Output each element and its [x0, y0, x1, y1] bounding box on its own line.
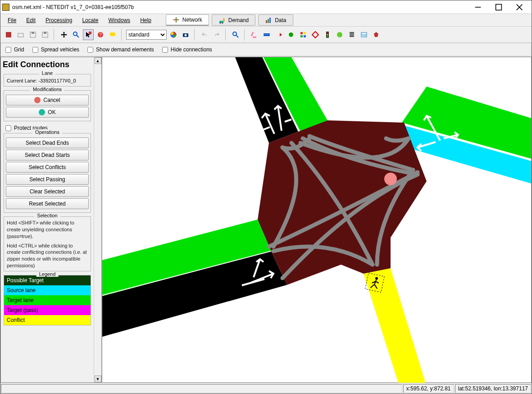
redo-icon[interactable]: [211, 29, 222, 40]
svg-line-21: [77, 35, 79, 37]
svg-text:TAZ: TAZ: [362, 34, 367, 37]
window-title: osm.net.xml - NETEDIT v1_7_0+0381-ee105f…: [12, 4, 468, 10]
ok-button[interactable]: OK: [6, 107, 89, 118]
status-latlon: lat:52.519346, lon:13.397117: [455, 384, 531, 393]
undo-icon[interactable]: [199, 29, 210, 40]
svg-rect-13: [269, 18, 271, 23]
legend-target-pass: Target (pass): [4, 305, 91, 315]
svg-rect-33: [264, 33, 270, 36]
hide-connections-checkbox[interactable]: Hide connections: [162, 46, 212, 53]
inspect-mode-icon[interactable]: [71, 29, 82, 40]
cancel-button[interactable]: Cancel: [6, 95, 89, 105]
clear-selected-button[interactable]: Clear Selected: [6, 186, 89, 197]
menu-file[interactable]: File: [3, 15, 21, 25]
menu-windows[interactable]: Windows: [104, 15, 135, 25]
show-demand-checkbox[interactable]: Show demand elements: [87, 46, 154, 53]
svg-rect-1: [496, 4, 502, 10]
modifications-fieldset: Modifications Cancel OK: [4, 90, 91, 121]
svg-point-42: [327, 32, 328, 33]
close-button[interactable]: [509, 0, 530, 14]
svg-rect-14: [6, 32, 11, 37]
svg-point-8: [222, 22, 223, 23]
tls-mode-icon[interactable]: [286, 29, 296, 40]
titlebar: osm.net.xml - NETEDIT v1_7_0+0381-ee105f…: [0, 0, 532, 14]
legend-fieldset: Legend Possible Target Source lane Targe…: [4, 275, 91, 325]
trafficlight-icon[interactable]: [322, 29, 333, 40]
polygon-mode-icon[interactable]: [371, 29, 382, 40]
supermode-demand[interactable]: Demand: [212, 14, 255, 26]
select-conflicts-button[interactable]: Select Conflicts: [6, 162, 89, 173]
options-bar: Grid Spread vehicles Show demand element…: [0, 43, 532, 56]
new-network-icon[interactable]: [3, 29, 14, 40]
svg-rect-15: [18, 33, 23, 37]
ok-icon: [39, 109, 45, 115]
select-dead-starts-button[interactable]: Select Dead Starts: [6, 150, 89, 160]
supermode-data-label: Data: [275, 17, 286, 23]
spread-vehicles-checkbox[interactable]: Spread vehicles: [32, 46, 79, 53]
move-mode-icon[interactable]: [59, 29, 69, 40]
svg-point-28: [185, 34, 187, 36]
statusbar: x:595.62, y:872.81 lat:52.519346, lon:13…: [0, 383, 532, 394]
camera-icon[interactable]: [180, 29, 191, 40]
svg-rect-38: [304, 32, 306, 34]
supermode-network[interactable]: Network: [166, 14, 209, 26]
supermode-network-label: Network: [182, 17, 202, 23]
network-canvas[interactable]: [102, 57, 532, 383]
svg-line-30: [236, 35, 238, 37]
tooltip-mode-icon[interactable]: [107, 29, 118, 40]
svg-point-9: [223, 18, 225, 20]
open-network-icon[interactable]: [15, 29, 26, 40]
supermode-data[interactable]: Data: [258, 14, 293, 26]
sidebar-scrollbar[interactable]: ▲ ▼: [94, 57, 101, 382]
help-mode-icon[interactable]: ?: [95, 29, 106, 40]
connection-mode-icon[interactable]: [273, 29, 284, 40]
reset-selected-button[interactable]: Reset Selected: [6, 198, 89, 209]
select-dead-ends-button[interactable]: Select Dead Ends: [6, 137, 89, 148]
svg-rect-11: [266, 20, 267, 23]
menu-locate[interactable]: Locate: [77, 15, 103, 25]
svg-point-7: [219, 22, 221, 23]
status-xy: x:595.62, y:872.81: [403, 384, 454, 393]
help-shift: Hold <SHIFT> while clicking to create un…: [6, 220, 89, 240]
svg-rect-25: [110, 32, 115, 36]
svg-point-44: [327, 36, 328, 37]
additional-mode-icon[interactable]: [298, 29, 309, 40]
app-icon: [2, 4, 9, 11]
select-mode-icon[interactable]: [83, 29, 94, 40]
coloring-select[interactable]: standard: [126, 30, 167, 40]
save-as-icon[interactable]: [40, 29, 50, 40]
svg-rect-12: [268, 19, 269, 23]
zoom-icon[interactable]: [230, 29, 241, 40]
grid-checkbox[interactable]: Grid: [5, 46, 24, 53]
status-message: [1, 384, 402, 393]
maximize-button[interactable]: [488, 0, 509, 14]
prohibition-mode-icon[interactable]: [346, 29, 357, 40]
taz-mode-icon[interactable]: TAZ: [359, 29, 369, 40]
edge-mode-icon[interactable]: [261, 29, 272, 40]
scroll-up-icon[interactable]: ▲: [95, 57, 101, 64]
crossing-mode-icon[interactable]: [310, 29, 321, 40]
color-wheel-icon[interactable]: [168, 29, 179, 40]
scroll-down-icon[interactable]: ▼: [95, 376, 101, 382]
shape-mode-icon[interactable]: [334, 29, 345, 40]
svg-rect-5: [176, 17, 177, 23]
legend-conflict: Conflict: [4, 315, 91, 325]
svg-point-20: [73, 32, 77, 36]
save-icon[interactable]: [27, 29, 38, 40]
svg-point-36: [290, 33, 291, 34]
current-lane-label: Current Lane: -339201177#0_0: [6, 77, 89, 84]
menu-processing[interactable]: Processing: [41, 15, 77, 25]
select-passing-button[interactable]: Select Passing: [6, 174, 89, 185]
delete-mode-icon[interactable]: [249, 29, 260, 40]
svg-point-35: [289, 32, 293, 37]
help-ctrl: Hold <CTRL> while clicking to create con…: [6, 243, 89, 269]
minimize-button[interactable]: [468, 0, 488, 14]
toolbar: ? standard TAZ: [0, 27, 532, 43]
svg-point-29: [233, 32, 236, 36]
svg-rect-22: [89, 32, 91, 34]
menu-edit[interactable]: Edit: [22, 15, 40, 25]
legend-target-lane: Target lane: [4, 295, 91, 305]
cancel-icon: [34, 97, 41, 103]
menu-help[interactable]: Help: [136, 15, 156, 25]
svg-rect-31: [253, 37, 256, 38]
